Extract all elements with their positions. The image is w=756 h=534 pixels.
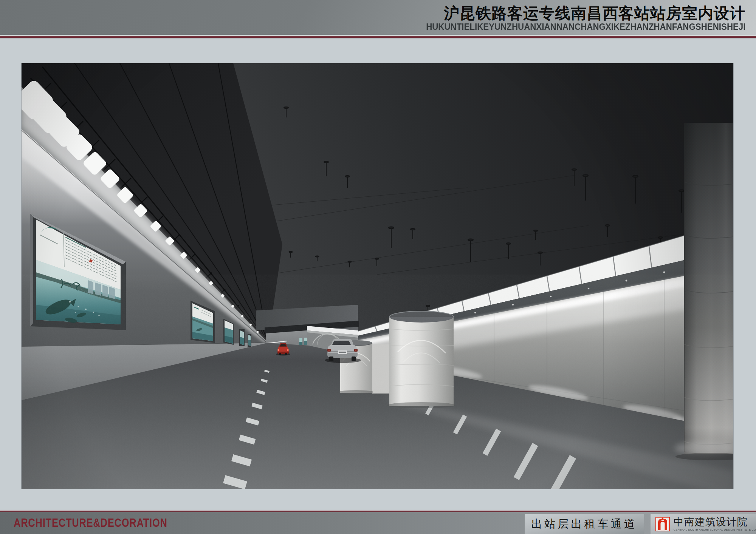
institute-logo-icon xyxy=(655,517,670,532)
institute-name-cn: 中南建筑设计院 xyxy=(674,517,756,527)
drawing-caption-box: 出站层出租车通道 xyxy=(525,514,644,534)
rendering-image xyxy=(22,63,733,489)
institute-box: 中南建筑设计院 CENTRAL-SOUTH ARCHITECTURAL DESI… xyxy=(651,514,756,534)
institute-name-en: CENTRAL-SOUTH ARCHITECTURAL DESIGN INSTI… xyxy=(674,528,756,531)
presentation-board: { "header": { "title": "沪昆铁路客运专线南昌西客站站房室… xyxy=(0,0,756,534)
header-divider-shadow xyxy=(0,38,756,39)
title-bar: 沪昆铁路客运专线南昌西客站站房室内设计 HUKUNTIELIKEYUNZHUAN… xyxy=(0,0,756,35)
drawing-caption: 出站层出租车通道 xyxy=(531,517,637,532)
vignette xyxy=(22,63,733,489)
footer-brand: ARCHITECTURE&DECORATION xyxy=(14,512,167,534)
footer-bar: ARCHITECTURE&DECORATION 出站层出租车通道 中南建筑设计院… xyxy=(0,512,756,534)
page-subtitle: HUKUNTIELIKEYUNZHUANXIANNANCHANGXIKEZHAN… xyxy=(426,22,745,32)
page-title: 沪昆铁路客运专线南昌西客站站房室内设计 xyxy=(444,3,745,24)
